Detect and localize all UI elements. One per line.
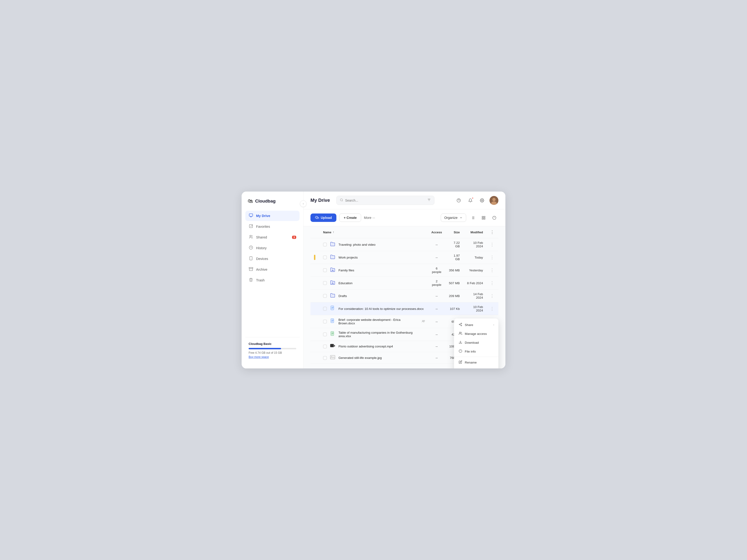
file-size: 1.97 GB [445, 251, 462, 264]
file-access: -- [428, 238, 446, 251]
file-icon [330, 293, 336, 299]
svg-rect-7 [249, 267, 253, 268]
help-button[interactable] [455, 196, 463, 205]
sidebar-item-archive[interactable]: Archive [246, 264, 300, 275]
col-name-header: Name [323, 231, 331, 234]
svg-point-16 [482, 200, 483, 201]
context-menu-item-copy[interactable]: Copy [454, 367, 498, 368]
filter-icon[interactable] [427, 198, 431, 203]
file-checkbox[interactable] [323, 320, 327, 323]
file-access: 6 people [428, 264, 446, 277]
file-name-cell: Family files [323, 267, 425, 273]
storage-plan-title: Cloudbag Basic [249, 342, 296, 346]
file-checkbox[interactable] [323, 356, 327, 360]
file-actions-button[interactable]: ⋮ [489, 255, 496, 260]
table-row[interactable]: For consideration: 10 AI tools to optimi… [310, 302, 498, 315]
app-container: 🛍 Cloudbag ‹ My Drive Favorites [241, 192, 506, 368]
upload-button[interactable]: Upload [310, 213, 336, 222]
logo-icon: 🛍 [248, 198, 253, 204]
context-menu-item-download[interactable]: Download [454, 338, 498, 347]
organize-dropdown[interactable]: Organize [441, 213, 466, 222]
sidebar-item-my-drive[interactable]: My Drive [246, 211, 300, 221]
sidebar-item-shared-label: Shared [256, 235, 267, 239]
context-menu-item-rename[interactable]: Rename [454, 358, 498, 367]
context-menu-item-file-info[interactable]: File info [454, 347, 498, 356]
sidebar-item-trash-label: Trash [256, 278, 265, 282]
file-actions-button[interactable]: ⋮ [489, 267, 496, 273]
user-avatar[interactable] [490, 196, 498, 205]
svg-point-18 [492, 198, 496, 201]
file-checkbox[interactable] [323, 294, 327, 298]
search-bar[interactable] [336, 196, 434, 205]
sidebar-item-favorites[interactable]: Favorites [246, 221, 300, 232]
collapse-sidebar-button[interactable]: ‹ [300, 201, 307, 207]
sidebar-item-trash[interactable]: Trash [246, 275, 300, 285]
svg-point-54 [461, 323, 462, 324]
sidebar-item-history[interactable]: History [246, 243, 300, 253]
file-checkbox[interactable] [323, 256, 327, 259]
file-name-text: Table of manufacturing companies in the … [338, 331, 425, 338]
settings-button[interactable] [478, 196, 486, 205]
file-modified: 10 Feb 2024 [462, 302, 486, 315]
search-input[interactable] [345, 198, 425, 202]
file-access: 2 people [428, 277, 446, 290]
context-menu-item-manage-access[interactable]: Manage access [454, 329, 498, 338]
file-checkbox[interactable] [323, 243, 327, 246]
file-checkbox[interactable] [323, 345, 327, 348]
info-button[interactable] [490, 213, 498, 222]
file-actions-button[interactable]: ⋮ [489, 280, 496, 286]
file-name-cell: Education [323, 280, 425, 286]
file-access: -- [428, 302, 446, 315]
table-row[interactable]: Family files 6 people 356 MB Yesterday ⋮ [310, 264, 498, 277]
storage-bar-background [249, 348, 296, 349]
file-actions-button[interactable]: ⋮ [489, 242, 496, 247]
header-actions [455, 196, 498, 205]
svg-point-56 [461, 325, 462, 326]
file-name-cell: Brief: corporate website development - E… [323, 318, 425, 325]
file-size: 209 MB [445, 290, 462, 302]
buy-more-space-link[interactable]: Buy more space [249, 355, 296, 358]
table-row[interactable]: Traveling: photo and video -- 7.22 GB 10… [310, 238, 498, 251]
svg-rect-0 [249, 214, 253, 216]
file-name-text: Family files [338, 269, 354, 272]
file-name-text: Generated still-life example.jpg [338, 356, 382, 359]
file-checkbox[interactable] [323, 307, 327, 311]
context-menu-item-share[interactable]: Share › [454, 320, 498, 329]
table-row[interactable]: Work projects -- 1.97 GB Today ⋮ [310, 251, 498, 264]
notification-button[interactable] [466, 196, 474, 205]
menu-item-icon-manage-access [458, 331, 462, 336]
sort-arrow-icon[interactable]: ↑ [333, 231, 334, 234]
table-row[interactable]: Drafts -- 209 MB 14 Feb 2024 ⋮ [310, 290, 498, 302]
file-actions-button[interactable]: ⋮ [489, 306, 496, 312]
svg-point-45 [424, 320, 425, 321]
file-checkbox[interactable] [323, 268, 327, 272]
file-name-cell: Generated still-life example.jpg [323, 355, 425, 361]
list-view-button[interactable] [468, 213, 477, 222]
file-modified: Yesterday [462, 264, 486, 277]
file-name-cell: Table of manufacturing companies in the … [323, 331, 425, 338]
create-button[interactable]: + Create [339, 213, 361, 222]
sidebar-item-devices-label: Devices [256, 257, 268, 261]
grid-view-button[interactable] [479, 213, 488, 222]
table-header-more-icon[interactable]: ⋮ [489, 229, 496, 235]
nav-items: My Drive Favorites Shared 3 [246, 211, 300, 337]
more-button[interactable]: More ··· [364, 216, 375, 219]
file-checkbox[interactable] [323, 332, 327, 336]
sidebar-item-devices[interactable]: Devices [246, 254, 300, 264]
sidebar-item-shared[interactable]: Shared 3 [246, 232, 300, 242]
svg-line-10 [342, 201, 343, 202]
logo-area: 🛍 Cloudbag [246, 198, 300, 204]
svg-line-57 [460, 325, 461, 325]
file-modified: 10 Feb 2024 [462, 238, 486, 251]
shared-badge: 3 [292, 236, 296, 239]
file-icon [330, 241, 336, 248]
create-label: + Create [344, 216, 357, 219]
file-icon [330, 344, 336, 349]
svg-marker-51 [334, 345, 335, 347]
file-checkbox[interactable] [323, 281, 327, 285]
col-size-header: Size [445, 226, 462, 238]
file-name-cell: Florio outdoor advertising concept.mp4 [323, 344, 425, 349]
table-row[interactable]: Education 2 people 507 MB 8 Feb 2024 ⋮ [310, 277, 498, 290]
file-actions-button[interactable]: ⋮ [489, 293, 496, 299]
file-name-text: Work projects [338, 256, 358, 259]
